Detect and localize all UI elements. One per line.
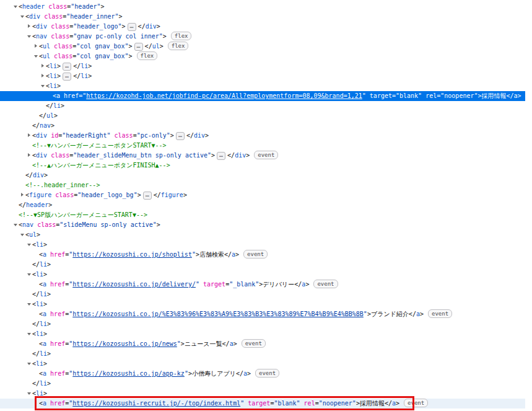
tree-row[interactable]: <li>…</li> bbox=[0, 61, 525, 71]
collapse-arrow-icon[interactable] bbox=[34, 51, 39, 61]
tree-row[interactable]: <!--▼ハンバーガーメニューボタンSTART▼--> bbox=[0, 141, 525, 151]
event-badge[interactable]: event bbox=[313, 280, 338, 288]
tree-row[interactable]: <li> bbox=[0, 240, 525, 250]
collapse-arrow-icon[interactable] bbox=[27, 299, 32, 309]
tree-row[interactable]: <a href="https://kozosushi-recruit.jp/-/… bbox=[0, 399, 525, 409]
collapse-arrow-icon[interactable] bbox=[27, 32, 32, 42]
tree-row[interactable]: <a href="https://kozosushi.co.jp/shoplis… bbox=[0, 250, 525, 260]
tree-row[interactable]: <!--.header_inner--> bbox=[0, 180, 525, 190]
collapse-arrow-icon[interactable] bbox=[14, 220, 19, 230]
collapse-arrow-icon[interactable] bbox=[14, 2, 19, 12]
tree-row[interactable]: </ul> bbox=[0, 111, 525, 121]
tree-row[interactable]: <li> bbox=[0, 299, 525, 309]
code-token-tag: figure bbox=[29, 192, 51, 198]
event-badge[interactable]: event bbox=[242, 339, 266, 348]
code-token-p: > bbox=[43, 330, 47, 337]
tree-row[interactable]: <ul class="col gnav_box">flex bbox=[0, 51, 525, 61]
tree-row[interactable]: </li> bbox=[0, 349, 525, 359]
tree-row[interactable]: <a href="https://kozosushi.co.jp/%E3%83%… bbox=[0, 309, 525, 319]
flex-badge[interactable]: flex bbox=[171, 32, 192, 40]
collapse-arrow-icon[interactable] bbox=[41, 81, 46, 91]
tree-row[interactable]: <li>…</li> bbox=[0, 71, 525, 81]
expand-arrow-icon[interactable] bbox=[34, 42, 39, 51]
tree-row[interactable]: <a href="https://kozosushi.co.jp/news">ニ… bbox=[0, 339, 525, 349]
expand-arrow-icon[interactable] bbox=[41, 61, 46, 71]
event-badge[interactable]: event bbox=[404, 399, 428, 407]
event-badge[interactable]: event bbox=[243, 250, 268, 259]
tree-row[interactable]: <ul class="col gnav_box">…</ul>flex bbox=[0, 42, 525, 51]
attribute-link-url[interactable]: https://kozosushi.co.jp/news bbox=[72, 340, 177, 347]
tree-row[interactable]: <li> bbox=[0, 81, 525, 91]
tree-row[interactable]: <div class="header_inner"> bbox=[0, 12, 525, 22]
inline-expander-ellipsis-icon[interactable]: … bbox=[63, 73, 71, 81]
collapse-arrow-icon[interactable] bbox=[20, 12, 25, 22]
expand-arrow-icon[interactable] bbox=[27, 22, 32, 32]
code-token-tag: nav bbox=[40, 122, 51, 129]
attribute-link-url[interactable]: https://kozosushi-recruit.jp/-/top/index… bbox=[72, 400, 240, 407]
inline-expander-ellipsis-icon[interactable]: … bbox=[217, 152, 225, 160]
tree-row[interactable]: </li> bbox=[0, 260, 525, 270]
expand-arrow-icon[interactable] bbox=[27, 131, 32, 141]
tree-row[interactable]: <li> bbox=[0, 270, 525, 280]
flex-badge[interactable]: flex bbox=[137, 51, 158, 60]
code-token-txt: 店舗検索 bbox=[199, 251, 224, 258]
code-token-p: > bbox=[57, 82, 61, 89]
tree-row[interactable]: <header class="header"> bbox=[0, 2, 525, 12]
tree-row[interactable]: </nav> bbox=[0, 121, 525, 131]
inline-expander-ellipsis-icon[interactable]: … bbox=[128, 23, 136, 31]
inline-expander-ellipsis-icon[interactable]: … bbox=[134, 43, 143, 51]
tree-row[interactable]: </header> bbox=[0, 200, 525, 210]
event-badge[interactable]: event bbox=[255, 369, 279, 378]
code-token-p: > bbox=[205, 132, 209, 139]
code-token-attr: class bbox=[44, 13, 63, 20]
expand-arrow-icon[interactable] bbox=[20, 190, 25, 200]
twisty-spacer bbox=[14, 200, 19, 210]
collapse-arrow-icon[interactable] bbox=[27, 329, 32, 339]
tree-row[interactable]: <div class="header_logo">…</div> bbox=[0, 22, 525, 32]
code-token-p: </ bbox=[32, 261, 40, 268]
tree-row[interactable]: <a href="https://kozosushi.co.jp/app-kz"… bbox=[0, 369, 525, 379]
tree-row[interactable]: <!--▼SP版ハンバーガーメニューSTART▼--> bbox=[0, 210, 525, 220]
tree-row[interactable]: <nav class="slideMenu sp-only active"> bbox=[0, 220, 525, 230]
collapse-arrow-icon[interactable] bbox=[27, 270, 32, 280]
code-token-tag: ul bbox=[46, 112, 54, 119]
attribute-link-url[interactable]: https://kozosushi.co.jp/app-kz bbox=[72, 370, 185, 377]
attribute-link-url[interactable]: https://kozosushi.co.jp/shoplist bbox=[72, 251, 192, 258]
event-badge[interactable]: event bbox=[254, 151, 278, 159]
tree-row[interactable]: <div class="header_slideMenu_btn sp-only… bbox=[0, 151, 525, 161]
attribute-link-url[interactable]: https://kozosushi.co.jp/delivery/ bbox=[72, 281, 196, 288]
tree-row[interactable]: <div id="headerRight" class="pc-only">…<… bbox=[0, 131, 525, 141]
flex-badge[interactable]: flex bbox=[168, 42, 189, 50]
expand-arrow-icon[interactable] bbox=[41, 71, 46, 81]
inline-expander-ellipsis-icon[interactable]: … bbox=[143, 192, 152, 200]
attribute-link-url[interactable]: https://kozosushi.co.jp/%E3%83%96%E3%83%… bbox=[72, 311, 364, 317]
tree-row[interactable]: <nav class="gnav pc-only col inner">flex bbox=[0, 32, 525, 42]
tree-row[interactable]: <ul> bbox=[0, 230, 525, 240]
expand-arrow-icon[interactable] bbox=[27, 151, 32, 161]
tree-row[interactable]: </li> bbox=[0, 289, 525, 299]
code-token-p: </ bbox=[32, 380, 40, 387]
collapse-arrow-icon[interactable] bbox=[27, 240, 32, 250]
event-badge[interactable]: event bbox=[428, 309, 452, 318]
tree-row[interactable]: </li> bbox=[0, 379, 525, 389]
code-token-txt: 採用情報 bbox=[482, 92, 507, 99]
tree-row[interactable]: <figure class="header_logo_bg">…</figure… bbox=[0, 190, 525, 200]
tree-row[interactable]: <li> bbox=[0, 389, 525, 399]
inline-expander-ellipsis-icon[interactable]: … bbox=[63, 63, 71, 71]
tree-row[interactable]: <!--▲ハンバーガーメニューボタンFINISH▲--> bbox=[0, 161, 525, 170]
code-token-tag: li bbox=[40, 350, 47, 357]
tree-row[interactable]: </li> bbox=[0, 101, 525, 111]
twisty-spacer bbox=[34, 309, 39, 319]
tree-row[interactable]: </div> bbox=[0, 170, 525, 180]
inline-expander-ellipsis-icon[interactable]: … bbox=[176, 132, 185, 140]
tree-row-selected[interactable]: <a href="https://kozohd-job.net/jobfind-… bbox=[0, 91, 525, 101]
tree-row[interactable]: <li> bbox=[0, 329, 525, 339]
tree-row[interactable]: </li> bbox=[0, 319, 525, 329]
collapse-arrow-icon[interactable] bbox=[27, 389, 32, 399]
attribute-link-url[interactable]: https://kozohd-job.net/jobfind-pc/area/A… bbox=[86, 92, 362, 99]
collapse-arrow-icon[interactable] bbox=[20, 230, 25, 240]
twisty-spacer bbox=[27, 349, 32, 359]
tree-row[interactable]: <li> bbox=[0, 359, 525, 369]
tree-row[interactable]: <a href="https://kozosushi.co.jp/deliver… bbox=[0, 280, 525, 289]
collapse-arrow-icon[interactable] bbox=[27, 359, 32, 369]
